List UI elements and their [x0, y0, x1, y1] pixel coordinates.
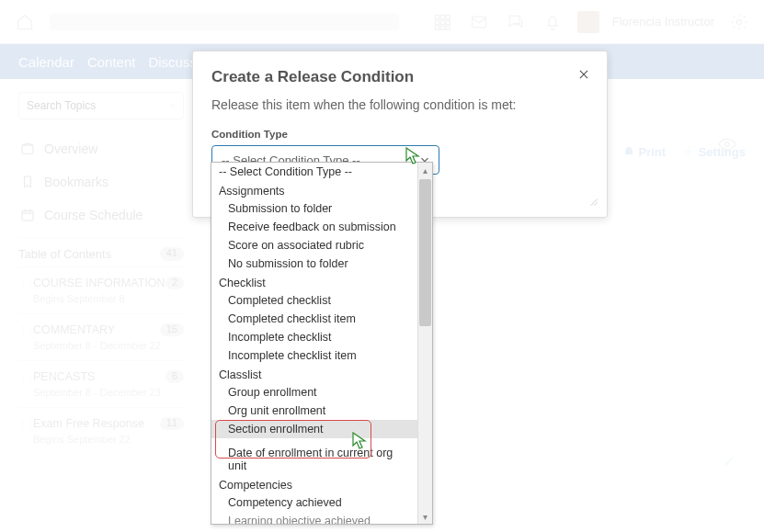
option[interactable]: Submission to folder [211, 199, 417, 218]
option[interactable]: Completed checklist [211, 291, 417, 310]
close-button[interactable] [574, 64, 594, 85]
option[interactable]: Incomplete checklist [211, 328, 417, 346]
option[interactable]: Completed checklist item [211, 310, 417, 328]
option[interactable]: Incomplete checklist item [211, 346, 417, 365]
optgroup-assignments: Assignments [211, 181, 417, 199]
scroll-down-icon[interactable]: ▾ [418, 509, 432, 524]
option-section-enrollment[interactable]: Section enrollment [211, 420, 417, 438]
dialog-subtitle: Release this item when the following con… [211, 97, 588, 112]
option[interactable]: No submission to folder [211, 255, 417, 273]
option[interactable]: Org unit enrollment [211, 402, 417, 420]
option[interactable]: Receive feedback on submission [211, 218, 417, 236]
scrollbar-thumb[interactable] [419, 179, 431, 326]
dropdown-scrollbar[interactable]: ▴ ▾ [417, 163, 432, 524]
option[interactable]: Date of enrollment in current org unit [211, 444, 417, 475]
condition-type-dropdown[interactable]: -- Select Condition Type -- Assignments … [211, 162, 433, 525]
dialog-title: Create a Release Condition [211, 68, 588, 86]
scroll-up-icon[interactable]: ▴ [418, 163, 432, 177]
option[interactable]: Learning objective achieved [211, 512, 417, 524]
option[interactable]: Competency achieved [211, 493, 417, 512]
option-placeholder[interactable]: -- Select Condition Type -- [211, 163, 417, 181]
optgroup-competencies: Competencies [211, 475, 417, 493]
option[interactable]: Score on associated rubric [211, 236, 417, 255]
option[interactable]: Group enrollment [211, 383, 417, 402]
condition-type-label: Condition Type [211, 129, 588, 140]
close-icon [577, 68, 590, 81]
optgroup-classlist: Classlist [211, 365, 417, 383]
resize-handle-icon[interactable] [587, 195, 599, 211]
optgroup-checklist: Checklist [211, 273, 417, 291]
